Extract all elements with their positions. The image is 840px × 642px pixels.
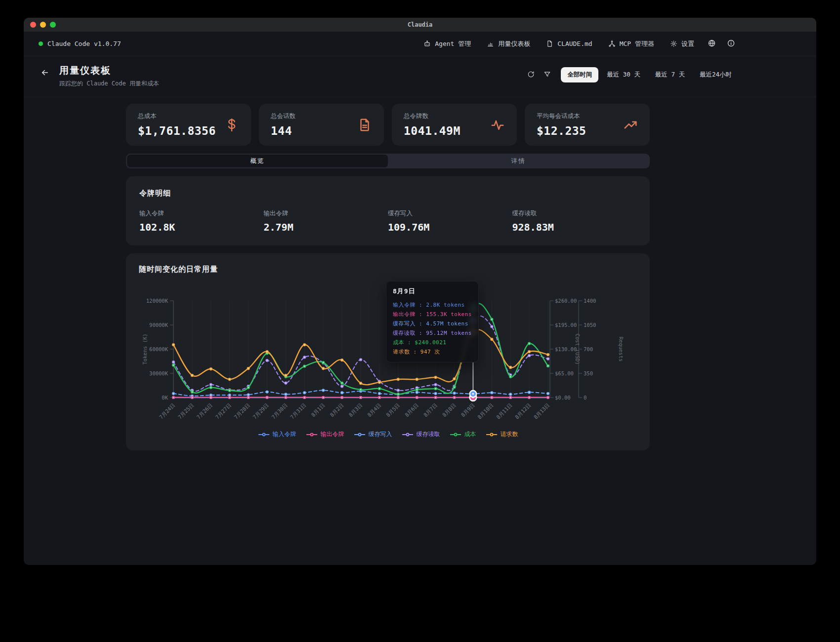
about-button[interactable] [724, 36, 738, 52]
usage-chart: 120000K90000K60000K30000K0KTokens (K)$26… [139, 281, 637, 429]
legend-item-输出令牌[interactable]: 输出令牌 [306, 430, 344, 439]
arrow-left-icon [41, 68, 49, 79]
language-button[interactable] [705, 36, 719, 52]
tooltip-row: 成本 : $240.0021 [393, 338, 472, 347]
legend-item-缓存读取[interactable]: 缓存读取 [402, 430, 440, 439]
svg-text:8月7日: 8月7日 [422, 402, 438, 418]
svg-text:30000K: 30000K [149, 370, 168, 376]
legend-item-请求数[interactable]: 请求数 [486, 430, 518, 439]
minimize-window-button[interactable] [40, 22, 46, 28]
breakdown-label: 缓存写入 [388, 209, 512, 218]
page-subtitle: 跟踪您的 Claude Code 用量和成本 [59, 80, 159, 88]
svg-text:8月2日: 8月2日 [329, 402, 344, 418]
app-version-label: Claude Code v1.0.77 [47, 40, 121, 47]
app-version: Claude Code v1.0.77 [39, 40, 121, 47]
legend-label: 请求数 [501, 430, 518, 439]
nav-item-settings[interactable]: 设置 [665, 36, 700, 52]
time-filter-1[interactable]: 最近 30 天 [600, 67, 647, 82]
tooltip-date: 8月9日 [393, 287, 472, 296]
close-window-button[interactable] [30, 22, 36, 28]
time-filter-0[interactable]: 全部时间 [561, 67, 598, 82]
page-title: 用量仪表板 [59, 64, 159, 77]
file-icon [546, 40, 553, 47]
breakdown-value: 2.79M [264, 221, 388, 233]
page-header: 用量仪表板 跟踪您的 Claude Code 用量和成本 全部时间最近 30 天… [24, 56, 816, 97]
tab-overview[interactable]: 概览 [127, 155, 388, 167]
top-nav: Agent 管理用量仪表板CLAUDE.mdMCP 管理器设置 [418, 36, 738, 52]
stat-card: 总会话数144 [259, 104, 384, 146]
tooltip-row: 缓存读取 : 95.12M tokens [393, 328, 472, 338]
usage-chart-title: 随时间变化的日常用量 [139, 265, 637, 274]
globe-icon [708, 39, 716, 49]
breakdown-label: 输入令牌 [139, 209, 264, 218]
token-breakdown-title: 令牌明细 [139, 189, 636, 198]
legend-item-缓存写入[interactable]: 缓存写入 [354, 430, 392, 439]
svg-text:7月27日: 7月27日 [214, 402, 232, 420]
app-window: Claudia Claude Code v1.0.77 Agent 管理用量仪表… [24, 18, 816, 565]
svg-text:8月13日: 8月13日 [533, 402, 551, 420]
legend-marker-icon [354, 432, 366, 437]
activity-icon [490, 118, 505, 132]
svg-text:$260.00: $260.00 [555, 298, 577, 304]
svg-text:8月10日: 8月10日 [476, 402, 495, 420]
chart-tooltip: 8月9日 输入令牌 : 2.8K tokens输出令牌 : 155.3K tok… [386, 281, 479, 362]
time-filter-2[interactable]: 最近 7 天 [649, 67, 691, 82]
status-dot-icon [39, 41, 43, 46]
nav-item-claude-md[interactable]: CLAUDE.md [541, 37, 597, 51]
breakdown-value: 102.8K [139, 221, 264, 233]
stat-card: 总成本$1,761.8356 [126, 104, 251, 146]
svg-text:7月25日: 7月25日 [177, 402, 195, 420]
breakdown-value: 928.83M [512, 221, 637, 233]
window-title: Claudia [408, 21, 433, 28]
legend-item-输入令牌[interactable]: 输入令牌 [258, 430, 296, 439]
nav-item-usage-dashboard[interactable]: 用量仪表板 [481, 36, 536, 52]
nav-item-agent-manager[interactable]: Agent 管理 [418, 36, 476, 52]
maximize-window-button[interactable] [50, 22, 56, 28]
svg-text:$195.00: $195.00 [555, 322, 577, 328]
nav-item-label: CLAUDE.md [557, 40, 592, 47]
svg-text:7月31日: 7月31日 [289, 402, 307, 420]
legend-marker-icon [306, 432, 318, 437]
svg-text:1400: 1400 [584, 298, 596, 304]
tooltip-row: 输入令牌 : 2.8K tokens [393, 300, 472, 310]
svg-text:90000K: 90000K [149, 322, 168, 328]
svg-text:8月1日: 8月1日 [310, 402, 326, 418]
stat-card: 平均每会话成本$12.235 [525, 104, 650, 146]
refresh-button[interactable] [524, 68, 538, 82]
filter-button[interactable] [541, 68, 554, 82]
svg-text:7月30日: 7月30日 [270, 402, 289, 420]
nav-item-mcp-manager[interactable]: MCP 管理器 [603, 36, 660, 52]
svg-text:60000K: 60000K [149, 346, 168, 352]
chart-legend: 输入令牌 输出令牌 缓存写入 缓存读取 成本 请求数 [139, 430, 637, 439]
stat-cards: 总成本$1,761.8356总会话数144总令牌数1041.49M平均每会话成本… [126, 104, 650, 146]
svg-text:0: 0 [584, 395, 587, 401]
svg-text:8月4日: 8月4日 [366, 402, 382, 418]
legend-item-成本[interactable]: 成本 [450, 430, 476, 439]
breakdown-item: 输出令牌2.79M [264, 209, 388, 233]
nav-item-label: 设置 [681, 40, 694, 48]
traffic-lights [30, 22, 56, 28]
main-content: 总成本$1,761.8356总会话数144总令牌数1041.49M平均每会话成本… [24, 97, 816, 565]
nav-item-label: 用量仪表板 [498, 40, 530, 48]
legend-marker-icon [402, 432, 414, 437]
svg-text:8月9日: 8月9日 [460, 402, 476, 418]
legend-label: 缓存写入 [369, 430, 392, 439]
tooltip-row: 输出令牌 : 155.3K tokens [393, 310, 472, 319]
svg-text:8月8日: 8月8日 [441, 402, 457, 418]
usage-chart-card: 随时间变化的日常用量 120000K90000K60000K30000K0KTo… [126, 253, 650, 450]
back-button[interactable] [39, 65, 51, 81]
legend-label: 缓存读取 [417, 430, 440, 439]
breakdown-value: 109.76M [388, 221, 512, 233]
time-filter-3[interactable]: 最近24小时 [693, 67, 738, 82]
tab-details[interactable]: 详情 [388, 155, 649, 167]
svg-text:Tokens (K): Tokens (K) [142, 333, 148, 364]
nav-item-label: MCP 管理器 [620, 40, 654, 48]
breakdown-label: 输出令牌 [264, 209, 388, 218]
refresh-icon [527, 71, 535, 80]
stat-label: 平均每会话成本 [537, 112, 586, 120]
view-tabs: 概览详情 [126, 154, 650, 168]
svg-text:8月12日: 8月12日 [514, 402, 532, 420]
bot-icon [423, 40, 431, 47]
network-icon [608, 40, 616, 47]
gear-icon [670, 40, 677, 47]
